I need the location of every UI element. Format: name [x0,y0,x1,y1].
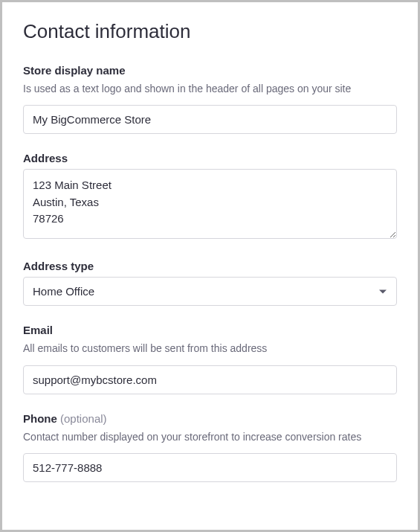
store-display-name-description: Is used as a text logo and shown in the … [23,81,397,96]
address-textarea[interactable] [23,169,397,239]
address-type-select-wrapper: Home Office [23,277,397,306]
phone-input[interactable] [23,453,397,482]
store-display-name-input[interactable] [23,105,397,134]
email-field: Email All emails to customers will be se… [23,324,397,394]
phone-label-text: Phone [23,412,57,425]
address-label: Address [23,152,397,164]
store-display-name-field: Store display name Is used as a text log… [23,64,397,134]
address-type-label: Address type [23,260,397,272]
phone-description: Contact number displayed on your storefr… [23,429,397,444]
phone-field: Phone (optional) Contact number displaye… [23,412,397,482]
email-input[interactable] [23,365,397,394]
address-type-select[interactable]: Home Office [23,277,397,306]
address-field: Address [23,152,397,242]
email-description: All emails to customers will be sent fro… [23,341,397,356]
address-type-field: Address type Home Office [23,260,397,306]
page-title: Contact information [23,20,397,43]
phone-label: Phone (optional) [23,412,397,425]
email-label: Email [23,324,397,336]
store-display-name-label: Store display name [23,64,397,77]
phone-optional-text: (optional) [60,412,107,425]
